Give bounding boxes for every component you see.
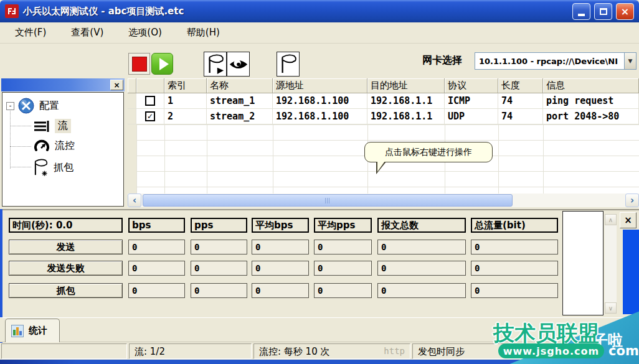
menu-file[interactable]: 文件(F) — [12, 26, 49, 40]
stats-panel: 时间(秒): 0.0 bps pps 平均bps 平均pps 报文总数 总流量(… — [0, 209, 639, 317]
app-window: 小兵以太网测试仪 - abc项目测试.etc × 文件(F) 查看(V) 选项(… — [0, 0, 639, 364]
stream-checkbox[interactable]: ✓ — [145, 111, 155, 121]
stats-close-button[interactable]: × — [620, 212, 637, 228]
tree-collapse-icon[interactable]: - — [6, 102, 14, 110]
scrollbar-thumb[interactable] — [143, 194, 513, 207]
row-gutter — [128, 93, 136, 109]
row-gutter — [128, 109, 136, 124]
tree-node-capture[interactable]: 抓包 — [32, 158, 73, 177]
header-index[interactable]: 索引 — [164, 78, 207, 93]
vertical-scrollbar[interactable]: ∧ ∨ — [605, 214, 617, 314]
nic-select-dropdown[interactable]: 10.1.1.100 - rpcap://\Device\NI ▼ — [475, 52, 637, 70]
cell-name: stream_2 — [207, 109, 273, 124]
tab-statistics-label: 统计 — [29, 325, 47, 337]
chevron-down-icon[interactable]: ▼ — [624, 53, 636, 69]
cell-index: 2 — [164, 109, 207, 124]
status-cell-flowctrl: 流控: 每秒 10 次http — [253, 343, 410, 359]
cell-src: 192.168.1.100 — [273, 109, 367, 124]
nic-select-value: 10.1.1.100 - rpcap://\Device\NI — [475, 53, 624, 69]
view-button[interactable] — [227, 52, 250, 77]
tree-connector — [10, 167, 31, 167]
menu-view[interactable]: 查看(V) — [69, 26, 106, 40]
tree-connector — [10, 108, 11, 169]
cell-info: port 2048->80 — [543, 109, 639, 124]
header-proto[interactable]: 协议 — [445, 78, 498, 93]
stats-header-total-packets: 报文总数 — [377, 218, 466, 233]
header-len[interactable]: 长度 — [498, 78, 543, 93]
maximize-button[interactable] — [594, 3, 612, 20]
stats-header-bps: bps — [128, 218, 185, 233]
row-checkbox-cell — [136, 93, 164, 109]
play-icon — [159, 58, 169, 70]
header-info[interactable]: 信息 — [543, 78, 639, 93]
scroll-right-button[interactable]: › — [625, 194, 639, 207]
bottom-tabbar: 统计 — [0, 317, 639, 342]
tree-label-config: 配置 — [39, 100, 59, 113]
stat-value: 0 — [191, 261, 247, 276]
window-frame-bottom — [0, 360, 639, 364]
tree-label-flowctrl: 流控 — [55, 139, 75, 152]
toolbar: 网卡选择 10.1.1.100 - rpcap://\Device\NI ▼ — [0, 44, 639, 77]
menu-options[interactable]: 选项(O) — [126, 26, 164, 40]
stream-table-header: 索引 名称 源地址 目的地址 协议 长度 信息 — [128, 78, 639, 93]
status-flowctrl-text: 流控: 每秒 10 次 — [259, 346, 329, 358]
stat-value: 0 — [191, 240, 247, 254]
stat-value: 0 — [377, 240, 466, 254]
stats-listbox[interactable] — [562, 211, 604, 315]
status-faint-text: http — [384, 346, 405, 358]
maximize-icon — [600, 8, 607, 15]
header-gutter — [128, 78, 136, 93]
app-icon — [5, 4, 19, 18]
stat-value: 0 — [471, 240, 558, 254]
stat-value: 0 — [128, 261, 185, 276]
capture-button[interactable] — [277, 52, 300, 77]
stat-value: 0 — [471, 261, 558, 276]
stats-header-avgbps: 平均bps — [252, 218, 309, 233]
config-tree: - 配置 流 — [2, 92, 124, 207]
stat-value: 0 — [377, 283, 466, 298]
horizontal-scrollbar[interactable]: ‹ › — [128, 194, 639, 207]
stream-checkbox[interactable] — [145, 96, 155, 106]
send-capture-button[interactable] — [204, 52, 227, 77]
table-row[interactable]: ✓ 2 stream_2 192.168.1.100 192.168.1.1 U… — [128, 109, 639, 124]
scroll-down-button[interactable]: ∨ — [605, 302, 617, 314]
table-row[interactable]: 1 stream_1 192.168.1.100 192.168.1.1 ICM… — [128, 93, 639, 109]
tree-node-stream[interactable]: 流 — [34, 119, 71, 133]
menu-help[interactable]: 帮助(H) — [184, 26, 222, 40]
panel-close-button[interactable]: × — [110, 80, 123, 90]
stat-value: 0 — [314, 283, 372, 298]
tree-connector — [10, 146, 31, 147]
send-fail-stats-button[interactable]: 发送失败 — [9, 261, 123, 276]
tree-node-config[interactable]: - 配置 — [6, 98, 59, 114]
status-bar: 流: 1/2 流控: 每秒 10 次http 发包时同步 — [0, 343, 639, 360]
window-title: 小兵以太网测试仪 - abc项目测试.etc — [23, 6, 569, 17]
tree-node-flowctrl[interactable]: 流控 — [34, 139, 75, 152]
cell-proto: UDP — [445, 109, 498, 124]
gauge-icon — [34, 139, 50, 152]
hint-balloon: 点击鼠标右键进行操作 — [364, 142, 493, 162]
cell-index: 1 — [164, 93, 207, 109]
title-bar: 小兵以太网测试仪 - abc项目测试.etc × — [0, 0, 639, 22]
config-globe-icon — [18, 98, 34, 114]
start-button[interactable] — [151, 53, 173, 75]
eye-icon — [229, 58, 249, 71]
send-stats-button[interactable]: 发送 — [9, 240, 123, 254]
capture-stats-button[interactable]: 抓包 — [9, 283, 123, 298]
header-checkbox[interactable] — [136, 78, 164, 93]
stat-value: 0 — [128, 283, 185, 298]
close-button[interactable]: × — [616, 3, 634, 20]
close-icon: × — [621, 6, 629, 17]
menu-bar: 文件(F) 查看(V) 选项(O) 帮助(H) — [0, 22, 639, 44]
stream-table: 索引 名称 源地址 目的地址 协议 长度 信息 1 stream_1 192.1… — [128, 78, 639, 194]
scrollbar-grip-icon — [325, 198, 331, 203]
header-name[interactable]: 名称 — [207, 78, 273, 93]
minimize-button[interactable] — [572, 3, 590, 20]
capture-net-play-icon — [206, 54, 225, 75]
scroll-up-button[interactable]: ∧ — [605, 214, 617, 225]
scroll-left-button[interactable]: ‹ — [128, 194, 141, 207]
stop-button[interactable] — [128, 53, 150, 75]
header-dst[interactable]: 目的地址 — [367, 78, 445, 93]
tab-statistics[interactable]: 统计 — [5, 319, 60, 342]
stat-value: 0 — [471, 283, 558, 298]
header-src[interactable]: 源地址 — [273, 78, 367, 93]
